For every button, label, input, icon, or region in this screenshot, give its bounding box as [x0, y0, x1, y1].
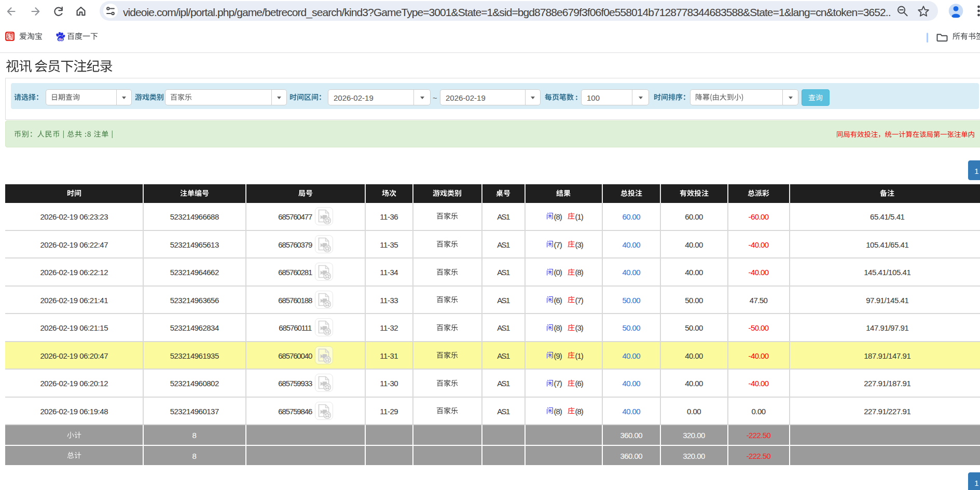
svg-text:du: du — [58, 37, 63, 42]
